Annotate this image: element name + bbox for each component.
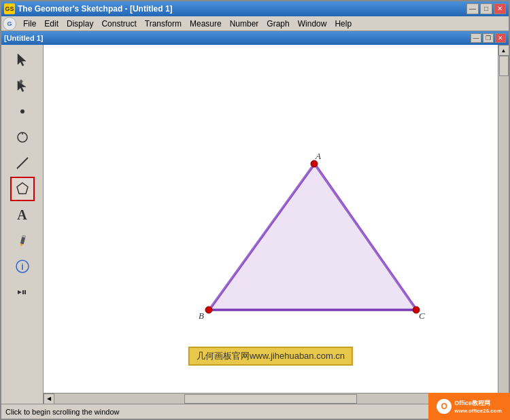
h-scroll-left-button[interactable]: ◀ [44, 393, 54, 404]
app-icon: GS [4, 3, 15, 14]
menu-transform[interactable]: Transform [141, 18, 186, 30]
inner-window-title: [Untitled 1] [4, 34, 43, 42]
status-bar: Click to begin scrolling the window O Of… [1, 404, 509, 419]
menu-bar: G File Edit Display Construct Transform … [1, 16, 509, 31]
svg-text:A: A [315, 151, 321, 161]
info-tool[interactable]: i [10, 254, 35, 279]
svg-line-6 [17, 158, 28, 169]
inner-minimize-button[interactable]: — [471, 33, 481, 43]
svg-marker-0 [18, 54, 26, 66]
v-scroll-thumb[interactable] [499, 56, 509, 76]
svg-point-20 [311, 160, 318, 167]
minimize-button[interactable]: — [466, 3, 479, 14]
menu-logo: G [3, 17, 16, 31]
arrow-secondary-tool[interactable] [10, 73, 35, 98]
svg-marker-16 [209, 164, 416, 310]
canvas-area[interactable]: A B C 几何画板官网www.jihehuaban.com.cn [44, 45, 498, 393]
point-tool[interactable] [10, 99, 35, 124]
polygon-tool[interactable] [10, 177, 35, 201]
inner-controls: — ❐ ✕ [471, 33, 506, 43]
menu-measure[interactable]: Measure [186, 18, 226, 30]
h-scroll-thumb[interactable] [184, 394, 357, 404]
close-button[interactable]: ✕ [494, 3, 506, 14]
toolbar: A i [1, 45, 44, 404]
svg-marker-13 [18, 290, 22, 294]
line-tool[interactable] [10, 151, 35, 175]
office-text-line2: www.office26.com [454, 408, 502, 414]
title-bar-left: GS The Geometer's Sketchpad - [Untitled … [4, 3, 173, 14]
svg-marker-7 [17, 183, 28, 194]
menu-graph[interactable]: Graph [262, 18, 293, 30]
menu-number[interactable]: Number [226, 18, 263, 30]
canvas-wrapper: A B C 几何画板官网www.jihehuaban.com.cn ◀ [44, 45, 498, 404]
inner-restore-button[interactable]: ❐ [483, 33, 494, 43]
svg-text:C: C [419, 311, 425, 321]
main-area: A i [1, 45, 509, 404]
svg-point-3 [20, 109, 24, 113]
text-icon: A [17, 208, 27, 222]
title-bar-controls: — □ ✕ [466, 3, 506, 14]
compass-tool[interactable] [10, 125, 35, 150]
svg-text:i: i [21, 262, 23, 272]
main-window: GS The Geometer's Sketchpad - [Untitled … [0, 0, 510, 420]
drawing-canvas: A B C [44, 45, 498, 393]
inner-title-bar: [Untitled 1] — ❐ ✕ [1, 31, 509, 45]
window-title: The Geometer's Sketchpad - [Untitled 1] [18, 4, 173, 14]
arrow-secondary-icon [15, 78, 30, 93]
svg-text:B: B [199, 311, 204, 321]
scroll-tool[interactable] [10, 280, 35, 304]
custom-tool[interactable] [10, 228, 35, 253]
info-icon: i [15, 259, 30, 274]
svg-point-21 [205, 307, 212, 313]
line-icon [15, 156, 30, 171]
arrow-icon [15, 52, 30, 67]
menu-window[interactable]: Window [294, 18, 331, 30]
status-text: Click to begin scrolling the window [5, 408, 120, 416]
menu-edit[interactable]: Edit [40, 18, 63, 30]
mdi-window: [Untitled 1] — ❐ ✕ [1, 31, 509, 404]
text-tool[interactable]: A [10, 203, 35, 227]
menu-construct[interactable]: Construct [97, 18, 140, 30]
menu-file[interactable]: File [19, 18, 40, 30]
maximize-button[interactable]: □ [480, 3, 492, 14]
office-text-line1: Office教程网 [454, 399, 502, 408]
office-badge: O Office教程网 www.office26.com [428, 393, 510, 420]
pencil-icon [15, 233, 30, 248]
polygon-icon [15, 181, 30, 196]
watermark-banner: 几何画板官网www.jihehuaban.com.cn [188, 347, 353, 366]
watermark-text: 几何画板官网www.jihehuaban.com.cn [197, 351, 345, 361]
title-bar: GS The Geometer's Sketchpad - [Untitled … [1, 1, 509, 16]
arrow-tool[interactable] [10, 48, 35, 72]
compass-icon [15, 130, 30, 145]
vertical-scrollbar: ▲ ▼ [498, 45, 509, 404]
v-scroll-up-button[interactable]: ▲ [498, 45, 509, 56]
office-logo: O [437, 399, 452, 414]
menu-display[interactable]: Display [63, 18, 97, 30]
v-scroll-track[interactable] [498, 56, 509, 393]
point-icon [15, 104, 30, 119]
menu-help[interactable]: Help [330, 18, 356, 30]
scroll-icon [15, 285, 30, 300]
h-scroll-track[interactable] [54, 393, 487, 404]
inner-close-button[interactable]: ✕ [495, 33, 506, 43]
